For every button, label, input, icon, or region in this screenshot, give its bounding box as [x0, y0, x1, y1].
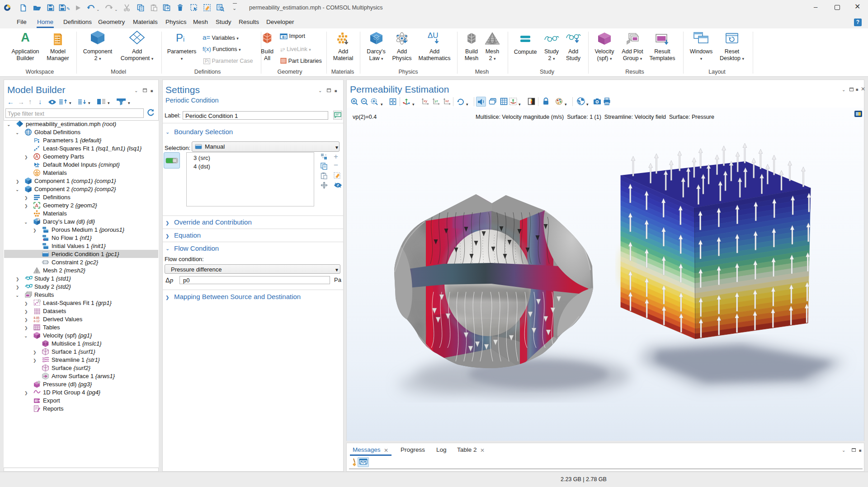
svg-text:xz: xz: [445, 99, 449, 103]
svg-text:e-12: e-12: [34, 319, 40, 323]
svg-text:A: A: [35, 203, 39, 208]
svg-text:xy: xy: [424, 99, 427, 103]
svg-text:yz: yz: [434, 99, 438, 103]
svg-text:8.85: 8.85: [34, 316, 40, 319]
svg-text:ΔU: ΔU: [428, 31, 439, 40]
svg-text:A: A: [35, 154, 38, 159]
svg-text:P: P: [34, 137, 38, 144]
